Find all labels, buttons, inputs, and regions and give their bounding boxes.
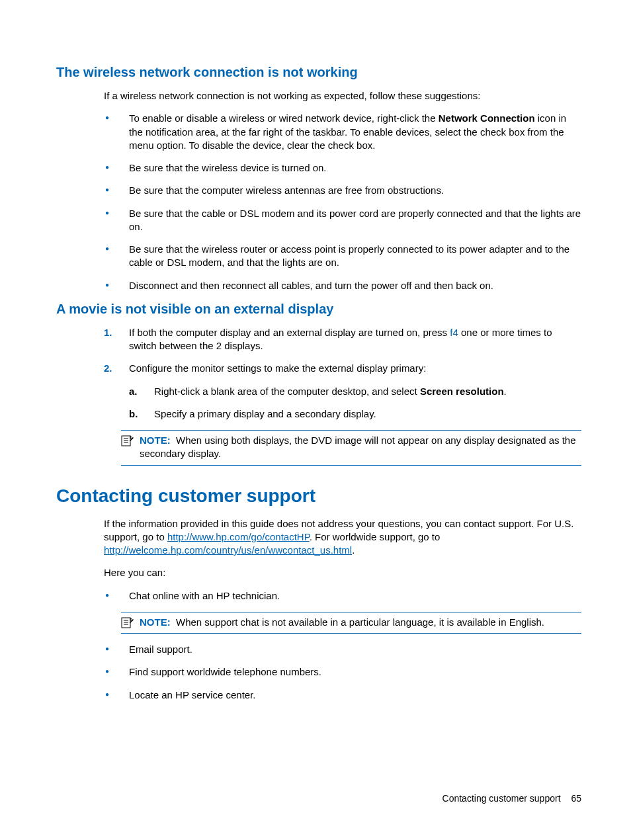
key-label: f4 <box>450 327 458 338</box>
list-item: Be sure that the wireless router or acce… <box>104 243 581 270</box>
note-box: NOTE: When support chat is not available… <box>121 612 581 634</box>
list-item: If both the computer display and an exte… <box>104 326 581 353</box>
section-heading-wireless: The wireless network connection is not w… <box>56 65 581 80</box>
note-icon <box>121 616 134 628</box>
section2-list: If both the computer display and an exte… <box>104 326 581 421</box>
section3-p1: If the information provided in this guid… <box>104 517 581 558</box>
note-box: NOTE: When using both displays, the DVD … <box>121 430 581 466</box>
list-item: Find support worldwide telephone numbers… <box>104 665 581 679</box>
list-item: To enable or disable a wireless or wired… <box>104 112 581 152</box>
section3-list-a: Chat online with an HP technician. <box>104 589 581 603</box>
section3-p2: Here you can: <box>104 566 581 579</box>
section2-sublist: Right-click a blank area of the computer… <box>129 385 581 421</box>
bold-text: Screen resolution <box>420 386 504 397</box>
note-text: When using both displays, the DVD image … <box>140 435 576 459</box>
section3-list-b: Email support. Find support worldwide te… <box>104 643 581 702</box>
list-item: Chat online with an HP technician. <box>104 589 581 603</box>
list-item: Be sure that the wireless device is turn… <box>104 161 581 175</box>
section1-intro: If a wireless network connection is not … <box>104 89 581 103</box>
note-content: NOTE: When using both displays, the DVD … <box>140 434 581 461</box>
text: If both the computer display and an exte… <box>129 327 450 338</box>
text: . For worldwide support, go to <box>310 531 441 542</box>
section-heading-support: Contacting customer support <box>56 485 581 507</box>
link-worldwide[interactable]: http://welcome.hp.com/country/us/en/wwco… <box>104 544 352 556</box>
text: . <box>352 544 355 556</box>
text: Right-click a blank area of the computer… <box>154 386 420 397</box>
sublist-item: Specify a primary display and a secondar… <box>129 407 581 421</box>
link-contact-hp[interactable]: http://www.hp.com/go/contactHP <box>167 531 310 542</box>
note-icon <box>121 435 134 446</box>
list-item: Be sure that the computer wireless anten… <box>104 184 581 197</box>
list-item: Locate an HP service center. <box>104 689 581 702</box>
section1-list: To enable or disable a wireless or wired… <box>104 112 581 292</box>
page-number: 65 <box>571 793 581 804</box>
list-item: Disconnect and then reconnect all cables… <box>104 279 581 292</box>
bold-text: Network Connection <box>439 112 535 124</box>
text: Configure the monitor settings to make t… <box>129 362 426 374</box>
list-item: Email support. <box>104 643 581 656</box>
section-heading-movie: A movie is not visible on an external di… <box>56 302 581 317</box>
page-footer: Contacting customer support 65 <box>442 793 581 804</box>
list-item: Be sure that the cable or DSL modem and … <box>104 207 581 234</box>
note-text: When support chat is not available in a … <box>176 616 544 628</box>
text: . <box>504 386 507 397</box>
note-label: NOTE: <box>140 435 171 446</box>
list-item: Configure the monitor settings to make t… <box>104 362 581 421</box>
footer-text: Contacting customer support <box>442 793 561 804</box>
note-label: NOTE: <box>140 616 171 628</box>
sublist-item: Right-click a blank area of the computer… <box>129 385 581 398</box>
note-content: NOTE: When support chat is not available… <box>140 616 544 629</box>
text: To enable or disable a wireless or wired… <box>129 112 439 124</box>
document-page: The wireless network connection is not w… <box>0 0 631 840</box>
